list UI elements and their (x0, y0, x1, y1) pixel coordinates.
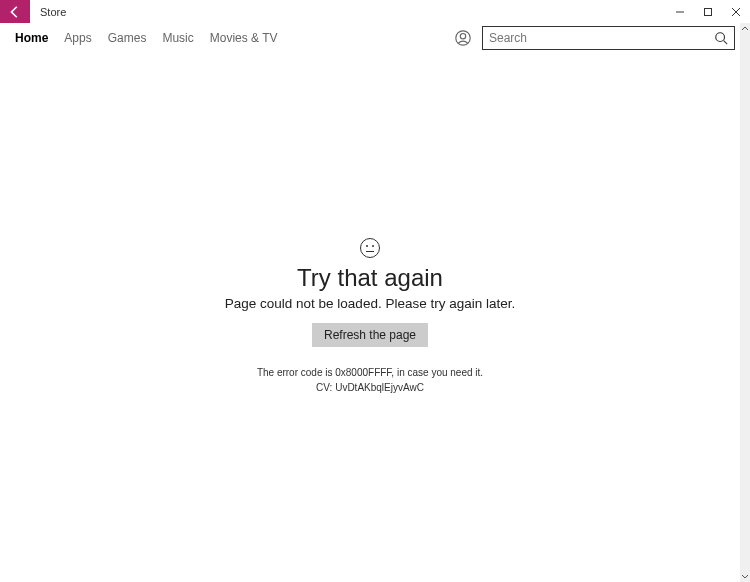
error-title: Try that again (297, 264, 443, 292)
search-box[interactable] (482, 26, 735, 50)
minimize-button[interactable] (666, 0, 694, 23)
scroll-up-button[interactable] (740, 23, 750, 35)
search-icon[interactable] (714, 31, 728, 45)
svg-point-5 (460, 34, 465, 39)
maximize-icon (703, 7, 713, 17)
vertical-scrollbar[interactable] (740, 23, 750, 582)
window-controls (666, 0, 750, 23)
svg-point-6 (716, 33, 725, 42)
maximize-button[interactable] (694, 0, 722, 23)
svg-line-7 (724, 41, 728, 45)
search-input[interactable] (489, 31, 708, 45)
error-cv: CV: UvDtAKbqlEjyvAwC (316, 382, 424, 393)
nav-movies-tv[interactable]: Movies & TV (210, 31, 278, 45)
svg-rect-1 (705, 8, 712, 15)
nav-games[interactable]: Games (108, 31, 147, 45)
error-message: Page could not be loaded. Please try aga… (225, 296, 515, 311)
title-bar: Store (0, 0, 750, 23)
error-panel: Try that again Page could not be loaded.… (0, 53, 740, 582)
account-button[interactable] (454, 29, 472, 47)
scroll-down-button[interactable] (740, 570, 750, 582)
nav-bar: Home Apps Games Music Movies & TV (0, 23, 750, 53)
error-code: The error code is 0x8000FFFF, in case yo… (257, 367, 483, 378)
window-title: Store (30, 0, 666, 23)
close-button[interactable] (722, 0, 750, 23)
minimize-icon (675, 7, 685, 17)
nav-home[interactable]: Home (15, 31, 48, 45)
chevron-down-icon (741, 572, 749, 580)
chevron-up-icon (741, 25, 749, 33)
arrow-left-icon (8, 5, 22, 19)
nav-apps[interactable]: Apps (64, 31, 91, 45)
nav-music[interactable]: Music (162, 31, 193, 45)
user-icon (454, 29, 472, 47)
refresh-button[interactable]: Refresh the page (312, 323, 428, 347)
close-icon (731, 7, 741, 17)
neutral-face-icon (360, 238, 380, 258)
back-button[interactable] (0, 0, 30, 23)
